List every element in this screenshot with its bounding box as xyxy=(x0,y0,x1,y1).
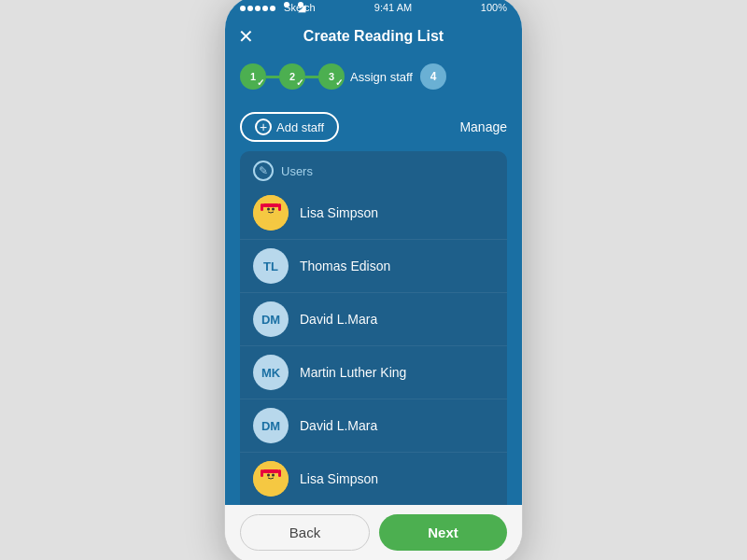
step-connector-1 xyxy=(266,76,279,78)
list-item[interactable]: TL Thomas Edison xyxy=(240,240,507,293)
assign-staff-label: Assign staff xyxy=(350,70,413,84)
user-name: Thomas Edison xyxy=(300,259,390,273)
list-item[interactable]: MK Martin Luther King xyxy=(240,346,507,399)
steps-bar: 1✓ 2✓ 3✓ Assign staff 4 xyxy=(225,54,522,103)
check-icon-3: ✓ xyxy=(335,77,343,88)
step-assign-area: Assign staff 4 xyxy=(350,63,507,90)
check-icon: ✓ xyxy=(257,77,264,88)
step-1-circle: 1✓ xyxy=(240,63,266,90)
next-button[interactable]: Next xyxy=(379,514,507,551)
user-list: Lisa Simpson TL Thomas Edison DM David L… xyxy=(240,187,507,505)
status-bar: Sketch ◢ 9:41 AM 100% xyxy=(225,0,522,19)
wifi-icon: ◢ xyxy=(298,2,303,7)
svg-rect-13 xyxy=(261,469,263,477)
avatar: MK xyxy=(253,355,289,390)
step-2: 2✓ xyxy=(279,63,305,90)
svg-rect-5 xyxy=(262,203,279,207)
user-name: David L.Mara xyxy=(300,312,377,327)
step-4-circle: 4 xyxy=(420,63,446,90)
avatar: DM xyxy=(253,408,289,443)
step-3: 3✓ xyxy=(318,63,345,90)
user-name: Martin Luther King xyxy=(300,365,406,380)
step-2-circle: 2✓ xyxy=(279,63,305,90)
svg-point-11 xyxy=(272,474,275,477)
users-header: ✎ Users xyxy=(240,151,507,187)
plus-icon: + xyxy=(255,119,272,135)
add-staff-button[interactable]: + Add staff xyxy=(240,112,339,142)
step-connector-2 xyxy=(305,76,318,78)
user-name: Lisa Simpson xyxy=(300,471,378,486)
manage-link[interactable]: Manage xyxy=(459,119,507,134)
list-card: ✎ Users xyxy=(240,151,507,505)
users-icon: ✎ xyxy=(253,161,274,181)
step-3-circle: 3✓ xyxy=(318,63,345,90)
list-item[interactable]: Lisa Simpson xyxy=(240,453,507,505)
list-item[interactable]: Lisa Simpson xyxy=(240,187,507,240)
svg-rect-12 xyxy=(262,469,279,473)
bottom-nav: Back Next xyxy=(225,505,522,560)
user-name: Lisa Simpson xyxy=(300,205,378,220)
users-label: Users xyxy=(281,164,313,178)
title-bar: ✕ Create Reading List xyxy=(225,19,522,54)
back-button[interactable]: Back xyxy=(240,514,370,551)
svg-rect-14 xyxy=(278,469,281,477)
svg-point-10 xyxy=(267,474,270,477)
svg-point-3 xyxy=(267,208,270,211)
content-area: + Add staff Manage ✎ Users xyxy=(225,103,522,505)
avatar xyxy=(253,195,289,231)
svg-rect-6 xyxy=(261,203,263,211)
user-name: David L.Mara xyxy=(300,418,377,433)
signal-dots: Sketch ◢ xyxy=(240,2,305,13)
avatar xyxy=(253,461,289,497)
time-label: 9:41 AM xyxy=(374,2,412,13)
list-item[interactable]: DM David L.Mara xyxy=(240,399,507,453)
svg-rect-7 xyxy=(278,203,281,211)
avatar: DM xyxy=(253,301,289,337)
step-1: 1✓ xyxy=(240,63,266,90)
check-icon-2: ✓ xyxy=(296,77,303,88)
app-name-label: Sketch xyxy=(284,2,289,7)
list-item[interactable]: DM David L.Mara xyxy=(240,293,507,346)
close-button[interactable]: ✕ xyxy=(238,27,254,46)
phone-frame: Sketch ◢ 9:41 AM 100% ✕ Create Reading L… xyxy=(224,0,523,560)
add-staff-label: Add staff xyxy=(276,120,324,134)
svg-point-4 xyxy=(272,208,275,211)
avatar: TL xyxy=(253,248,289,284)
page-title: Create Reading List xyxy=(303,28,444,45)
battery-label: 100% xyxy=(481,2,507,13)
action-row: + Add staff Manage xyxy=(240,112,507,142)
